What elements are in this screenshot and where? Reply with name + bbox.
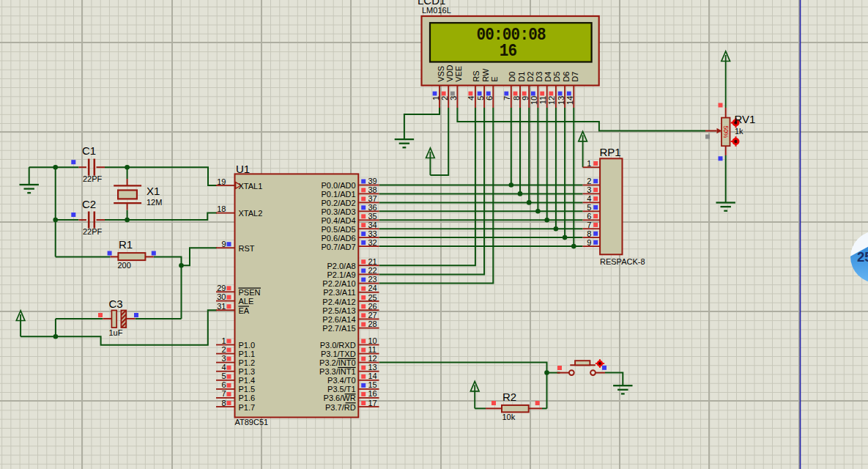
svg-text:PSEN: PSEN [239, 288, 261, 297]
svg-text:36: 36 [368, 203, 377, 212]
svg-text:P0.4/AD4: P0.4/AD4 [322, 216, 356, 225]
svg-text:22: 22 [368, 266, 377, 275]
svg-text:12: 12 [547, 96, 556, 105]
svg-text:C1: C1 [82, 144, 96, 157]
svg-text:AT89C51: AT89C51 [235, 418, 269, 426]
svg-text:XTAL1: XTAL1 [239, 182, 263, 191]
svg-text:13: 13 [557, 96, 565, 105]
svg-text:P2.4/A12: P2.4/A12 [322, 298, 355, 306]
svg-text:2: 2 [221, 345, 226, 354]
svg-text:9: 9 [521, 96, 530, 100]
svg-text:12: 12 [368, 354, 377, 363]
svg-text:200: 200 [118, 261, 131, 270]
svg-text:P0.2/AD2: P0.2/AD2 [322, 199, 356, 207]
svg-text:X1: X1 [146, 185, 160, 197]
svg-text:4: 4 [221, 363, 226, 372]
svg-text:RW: RW [481, 68, 490, 82]
svg-text:25: 25 [857, 249, 868, 265]
svg-text:1k: 1k [735, 127, 743, 136]
svg-text:D1: D1 [517, 72, 526, 82]
svg-text:P2.1/A9: P2.1/A9 [327, 270, 355, 279]
svg-text:P2.7/A15: P2.7/A15 [322, 324, 355, 333]
svg-text:9: 9 [221, 240, 226, 248]
svg-text:RS: RS [472, 71, 481, 82]
svg-text:P3.0/RXD: P3.0/RXD [320, 341, 356, 350]
svg-text:25: 25 [368, 293, 377, 302]
svg-text:4: 4 [587, 194, 591, 203]
svg-text:D7: D7 [571, 72, 579, 82]
svg-text:11: 11 [538, 96, 547, 104]
svg-text:22PF: 22PF [83, 227, 103, 236]
svg-text:1: 1 [221, 336, 226, 345]
svg-text:13: 13 [368, 363, 377, 372]
svg-text:26: 26 [368, 302, 377, 311]
svg-text:D5: D5 [552, 72, 561, 82]
svg-text:R2: R2 [502, 391, 516, 403]
svg-text:21: 21 [368, 257, 377, 266]
svg-text:18: 18 [217, 204, 226, 213]
svg-text:14: 14 [565, 96, 574, 105]
svg-text:39: 39 [368, 177, 377, 185]
svg-text:P2.6/A14: P2.6/A14 [322, 315, 355, 324]
svg-text:4: 4 [467, 96, 475, 100]
svg-text:D4: D4 [544, 72, 552, 82]
svg-text:D3: D3 [535, 72, 544, 82]
svg-text:P1.0: P1.0 [239, 341, 256, 350]
svg-text:P0.1/AD1: P0.1/AD1 [322, 190, 356, 199]
svg-text:VEE: VEE [454, 66, 463, 82]
svg-text:1: 1 [587, 159, 591, 168]
svg-text:22PF: 22PF [83, 174, 103, 183]
svg-text:9: 9 [587, 238, 591, 247]
svg-text:38: 38 [368, 185, 377, 194]
svg-text:P3.6/WR: P3.6/WR [324, 394, 356, 402]
svg-text:8: 8 [512, 96, 521, 100]
svg-text:37: 37 [368, 194, 377, 203]
svg-text:6: 6 [485, 96, 494, 100]
svg-text:E: E [490, 76, 499, 81]
svg-text:RV1: RV1 [735, 113, 756, 125]
svg-text:1uF: 1uF [109, 328, 123, 337]
svg-text:27: 27 [368, 311, 377, 320]
svg-text:D2: D2 [526, 72, 535, 82]
svg-text:P1.7: P1.7 [239, 403, 256, 412]
svg-text:3: 3 [587, 185, 591, 194]
svg-text:8: 8 [587, 229, 591, 238]
svg-text:3: 3 [449, 96, 458, 100]
svg-text:D0: D0 [508, 72, 516, 82]
svg-text:P0.3/AD3: P0.3/AD3 [322, 207, 356, 216]
svg-text:6: 6 [587, 212, 591, 221]
svg-text:17: 17 [368, 399, 377, 407]
svg-text:U1: U1 [236, 163, 250, 175]
svg-text:P1.1: P1.1 [239, 350, 256, 358]
svg-text:P0.6/AD6: P0.6/AD6 [322, 234, 356, 243]
svg-text:29: 29 [217, 284, 226, 292]
svg-text:P2.2/A10: P2.2/A10 [322, 279, 355, 288]
svg-text:P3.5/T1: P3.5/T1 [327, 385, 356, 394]
svg-text:P2.0/A8: P2.0/A8 [327, 262, 355, 270]
svg-text:3: 3 [221, 354, 226, 363]
svg-text:2: 2 [587, 177, 591, 185]
svg-text:8: 8 [221, 399, 226, 407]
svg-text:XTAL2: XTAL2 [239, 209, 263, 218]
svg-text:24: 24 [368, 284, 377, 292]
svg-text:P2.3/A11: P2.3/A11 [323, 288, 355, 297]
svg-text:R1: R1 [119, 238, 133, 251]
svg-text:1: 1 [431, 96, 440, 100]
svg-text:RESPACK-8: RESPACK-8 [600, 257, 645, 266]
svg-text:5: 5 [587, 203, 591, 212]
svg-text:LM016L: LM016L [422, 6, 451, 15]
svg-text:6: 6 [221, 380, 226, 389]
svg-text:RP1: RP1 [600, 146, 621, 158]
svg-text:7: 7 [502, 96, 511, 100]
svg-text:34: 34 [368, 221, 377, 229]
svg-text:ALE: ALE [239, 297, 254, 306]
svg-text:7: 7 [221, 389, 226, 398]
svg-text:P1.6: P1.6 [239, 394, 256, 402]
svg-text:30: 30 [217, 292, 226, 301]
svg-text:5: 5 [476, 96, 485, 100]
svg-text:28: 28 [368, 320, 377, 328]
svg-text:P3.7/RD: P3.7/RD [325, 403, 356, 412]
svg-text:16: 16 [500, 41, 517, 62]
svg-text:P3.1/TXD: P3.1/TXD [321, 350, 356, 358]
svg-text:P3.4/T0: P3.4/T0 [327, 376, 356, 385]
